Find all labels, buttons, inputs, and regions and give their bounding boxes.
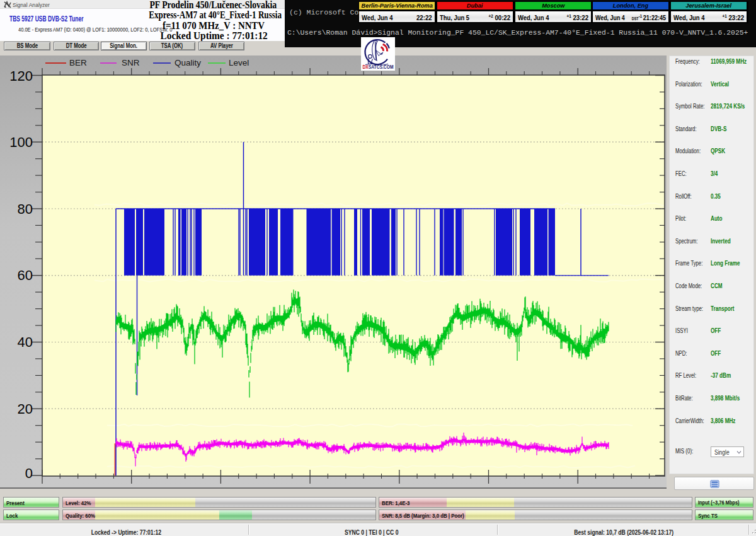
- svg-text:120: 120: [9, 68, 33, 84]
- svg-text:0: 0: [25, 465, 33, 481]
- svg-text:60: 60: [18, 267, 33, 283]
- svg-text:40: 40: [18, 334, 33, 350]
- svg-text:80: 80: [18, 201, 33, 217]
- svg-text:DXSATCS.COM: DXSATCS.COM: [363, 64, 394, 70]
- svg-text:100: 100: [9, 134, 33, 150]
- svg-text:20: 20: [18, 401, 33, 417]
